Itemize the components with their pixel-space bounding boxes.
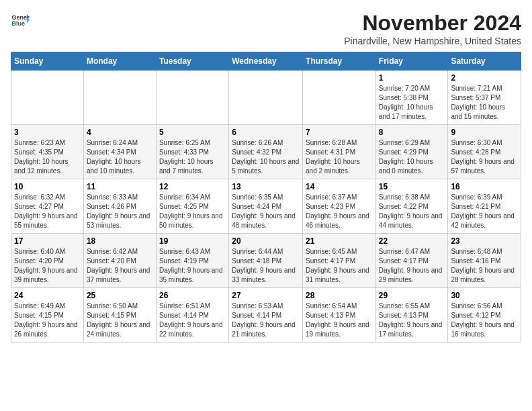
day-number: 10 <box>14 182 81 191</box>
day-number: 22 <box>379 236 445 246</box>
day-info: Sunrise: 6:38 AMSunset: 4:22 PMDaylight:… <box>379 193 445 230</box>
day-cell: 15Sunrise: 6:38 AMSunset: 4:22 PMDayligh… <box>375 179 448 234</box>
day-info: Sunrise: 6:42 AMSunset: 4:20 PMDaylight:… <box>87 247 153 285</box>
day-number: 9 <box>451 128 518 137</box>
logo-icon: General Blue <box>11 11 30 30</box>
day-number: 26 <box>159 291 226 300</box>
week-row-1: 3Sunrise: 6:23 AMSunset: 4:35 PMDaylight… <box>11 125 521 179</box>
day-info: Sunrise: 6:40 AMSunset: 4:20 PMDaylight:… <box>14 247 81 285</box>
day-number: 20 <box>232 236 300 246</box>
day-number: 24 <box>14 291 81 300</box>
day-cell: 27Sunrise: 6:53 AMSunset: 4:14 PMDayligh… <box>229 288 303 342</box>
calendar-table: SundayMondayTuesdayWednesdayThursdayFrid… <box>11 52 521 342</box>
day-cell <box>11 71 84 125</box>
day-info: Sunrise: 6:44 AMSunset: 4:18 PMDaylight:… <box>232 247 300 285</box>
day-cell: 24Sunrise: 6:49 AMSunset: 4:15 PMDayligh… <box>11 288 84 342</box>
header-wednesday: Wednesday <box>229 52 303 71</box>
day-number: 30 <box>451 291 518 300</box>
day-info: Sunrise: 6:49 AMSunset: 4:15 PMDaylight:… <box>14 302 81 339</box>
day-number: 16 <box>451 182 518 191</box>
day-number: 2 <box>451 73 518 83</box>
day-cell: 30Sunrise: 6:56 AMSunset: 4:12 PMDayligh… <box>448 288 521 342</box>
day-info: Sunrise: 6:28 AMSunset: 4:31 PMDaylight:… <box>306 138 373 176</box>
day-number: 13 <box>232 182 300 191</box>
day-number: 17 <box>14 236 81 246</box>
day-number: 19 <box>159 236 226 246</box>
header-tuesday: Tuesday <box>156 52 228 71</box>
day-cell: 26Sunrise: 6:51 AMSunset: 4:14 PMDayligh… <box>156 288 228 342</box>
week-row-0: 1Sunrise: 7:20 AMSunset: 5:38 PMDaylight… <box>11 71 521 125</box>
day-info: Sunrise: 6:30 AMSunset: 4:28 PMDaylight:… <box>451 138 518 176</box>
header-row: SundayMondayTuesdayWednesdayThursdayFrid… <box>11 52 521 71</box>
day-cell: 23Sunrise: 6:48 AMSunset: 4:16 PMDayligh… <box>448 234 521 288</box>
day-info: Sunrise: 6:56 AMSunset: 4:12 PMDaylight:… <box>451 302 518 339</box>
day-info: Sunrise: 6:26 AMSunset: 4:32 PMDaylight:… <box>232 138 300 176</box>
header-sunday: Sunday <box>11 52 84 71</box>
calendar-title: November 2024 <box>344 11 521 36</box>
day-cell: 21Sunrise: 6:45 AMSunset: 4:17 PMDayligh… <box>303 234 376 288</box>
day-number: 14 <box>306 182 373 191</box>
day-cell: 12Sunrise: 6:34 AMSunset: 4:25 PMDayligh… <box>156 179 228 234</box>
header-thursday: Thursday <box>303 52 376 71</box>
day-number: 27 <box>232 291 300 300</box>
day-info: Sunrise: 7:21 AMSunset: 5:37 PMDaylight:… <box>451 84 518 122</box>
day-number: 28 <box>306 291 373 300</box>
day-cell: 11Sunrise: 6:33 AMSunset: 4:26 PMDayligh… <box>83 179 156 234</box>
day-number: 7 <box>306 128 373 137</box>
day-cell <box>156 71 228 125</box>
day-info: Sunrise: 6:23 AMSunset: 4:35 PMDaylight:… <box>14 138 81 176</box>
day-number: 8 <box>379 128 445 137</box>
day-info: Sunrise: 6:50 AMSunset: 4:15 PMDaylight:… <box>87 302 153 339</box>
day-number: 29 <box>379 291 445 300</box>
day-cell: 14Sunrise: 6:37 AMSunset: 4:23 PMDayligh… <box>303 179 376 234</box>
day-cell: 29Sunrise: 6:55 AMSunset: 4:13 PMDayligh… <box>375 288 448 342</box>
day-cell: 5Sunrise: 6:25 AMSunset: 4:33 PMDaylight… <box>156 125 228 179</box>
day-info: Sunrise: 6:35 AMSunset: 4:24 PMDaylight:… <box>232 193 300 230</box>
day-cell: 17Sunrise: 6:40 AMSunset: 4:20 PMDayligh… <box>11 234 84 288</box>
day-cell: 10Sunrise: 6:32 AMSunset: 4:27 PMDayligh… <box>11 179 84 234</box>
day-cell <box>83 71 156 125</box>
day-info: Sunrise: 6:43 AMSunset: 4:19 PMDaylight:… <box>159 247 226 285</box>
day-info: Sunrise: 6:53 AMSunset: 4:14 PMDaylight:… <box>232 302 300 339</box>
svg-text:Blue: Blue <box>11 20 25 27</box>
day-cell: 3Sunrise: 6:23 AMSunset: 4:35 PMDaylight… <box>11 125 84 179</box>
day-info: Sunrise: 6:45 AMSunset: 4:17 PMDaylight:… <box>306 247 373 285</box>
day-cell: 6Sunrise: 6:26 AMSunset: 4:32 PMDaylight… <box>229 125 303 179</box>
day-number: 5 <box>159 128 226 137</box>
day-number: 4 <box>87 128 153 137</box>
day-cell: 22Sunrise: 6:47 AMSunset: 4:17 PMDayligh… <box>375 234 448 288</box>
week-row-3: 17Sunrise: 6:40 AMSunset: 4:20 PMDayligh… <box>11 234 521 288</box>
week-row-2: 10Sunrise: 6:32 AMSunset: 4:27 PMDayligh… <box>11 179 521 234</box>
day-cell: 9Sunrise: 6:30 AMSunset: 4:28 PMDaylight… <box>448 125 521 179</box>
day-info: Sunrise: 6:33 AMSunset: 4:26 PMDaylight:… <box>87 193 153 230</box>
day-info: Sunrise: 6:32 AMSunset: 4:27 PMDaylight:… <box>14 193 81 230</box>
header-monday: Monday <box>83 52 156 71</box>
header-friday: Friday <box>375 52 448 71</box>
day-cell: 4Sunrise: 6:24 AMSunset: 4:34 PMDaylight… <box>83 125 156 179</box>
day-cell: 19Sunrise: 6:43 AMSunset: 4:19 PMDayligh… <box>156 234 228 288</box>
day-cell: 20Sunrise: 6:44 AMSunset: 4:18 PMDayligh… <box>229 234 303 288</box>
day-info: Sunrise: 6:51 AMSunset: 4:14 PMDaylight:… <box>159 302 226 339</box>
day-info: Sunrise: 6:25 AMSunset: 4:33 PMDaylight:… <box>159 138 226 176</box>
day-info: Sunrise: 6:54 AMSunset: 4:13 PMDaylight:… <box>306 302 373 339</box>
day-number: 21 <box>306 236 373 246</box>
day-number: 15 <box>379 182 445 191</box>
day-cell: 7Sunrise: 6:28 AMSunset: 4:31 PMDaylight… <box>303 125 376 179</box>
page-header: General Blue November 2024 Pinardville, … <box>11 11 521 46</box>
day-info: Sunrise: 6:24 AMSunset: 4:34 PMDaylight:… <box>87 138 153 176</box>
day-number: 1 <box>379 73 445 83</box>
week-row-4: 24Sunrise: 6:49 AMSunset: 4:15 PMDayligh… <box>11 288 521 342</box>
title-block: November 2024 Pinardville, New Hampshire… <box>344 11 521 46</box>
day-number: 18 <box>87 236 153 246</box>
day-cell: 2Sunrise: 7:21 AMSunset: 5:37 PMDaylight… <box>448 71 521 125</box>
day-cell <box>303 71 376 125</box>
day-info: Sunrise: 6:48 AMSunset: 4:16 PMDaylight:… <box>451 247 518 285</box>
calendar-subtitle: Pinardville, New Hampshire, United State… <box>344 36 521 46</box>
day-cell: 1Sunrise: 7:20 AMSunset: 5:38 PMDaylight… <box>375 71 448 125</box>
day-info: Sunrise: 6:55 AMSunset: 4:13 PMDaylight:… <box>379 302 445 339</box>
day-number: 3 <box>14 128 81 137</box>
day-info: Sunrise: 6:39 AMSunset: 4:21 PMDaylight:… <box>451 193 518 230</box>
day-info: Sunrise: 6:34 AMSunset: 4:25 PMDaylight:… <box>159 193 226 230</box>
day-info: Sunrise: 6:47 AMSunset: 4:17 PMDaylight:… <box>379 247 445 285</box>
day-cell <box>229 71 303 125</box>
